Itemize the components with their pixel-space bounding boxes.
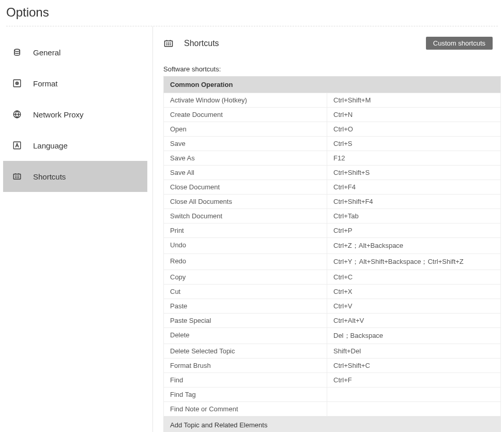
sidebar-item-label: General [33,48,60,57]
shortcut-row[interactable]: SaveCtrl+S [163,137,501,151]
shortcut-key: Ctrl+Alt+V [327,314,500,327]
sidebar-item-network-proxy[interactable]: Network Proxy [3,99,152,130]
software-shortcuts-label: Software shortcuts: [163,50,504,76]
shortcut-action: Delete Selected Topic [164,344,327,358]
shortcut-group-header[interactable]: Add Topic and Related Elements [163,416,501,432]
shortcut-action: Create Document [164,108,327,122]
shortcut-key: F12 [327,151,500,165]
shortcut-row[interactable]: UndoCtrl+Z；Alt+Backspace [163,238,501,254]
content-title: Shortcuts [184,39,219,48]
keyboard-icon [163,38,174,49]
shortcut-key: Ctrl+C [327,270,500,284]
shortcut-key: Ctrl+Shift+M [327,93,500,107]
shortcut-action: Paste [164,299,327,313]
page-title: Options [0,0,504,26]
svg-point-11 [17,177,18,178]
svg-point-17 [166,44,167,45]
svg-rect-13 [165,41,173,47]
svg-point-16 [170,42,171,43]
shortcut-action: Switch Document [164,209,327,223]
shortcut-key: Ctrl+Shift+F4 [327,195,500,208]
shortcut-row[interactable]: Find Note or Comment [163,402,501,416]
svg-rect-6 [13,174,21,180]
shortcut-action: Save [164,137,327,151]
sidebar-item-general[interactable]: General [3,37,152,68]
shortcut-key: Ctrl+Shift+C [327,359,500,373]
shortcut-action: Copy [164,270,327,284]
svg-point-19 [170,44,171,45]
shortcut-row[interactable]: DeleteDel；Backspace [163,328,501,344]
svg-point-0 [14,49,20,52]
shortcut-action: Find [164,373,327,387]
shortcut-key: Ctrl+F4 [327,180,500,194]
shortcut-row[interactable]: Save AllCtrl+Shift+S [163,166,501,180]
shortcut-action: Undo [164,238,327,254]
shortcuts-table: Common OperationActivate Window (Hotkey)… [163,76,501,432]
sidebar-item-label: Network Proxy [33,110,84,119]
svg-point-18 [169,44,169,45]
content-pane: Shortcuts Custom shortcuts Software shor… [153,26,504,432]
shortcut-action: Save All [164,166,327,180]
shortcut-action: Find Tag [164,388,327,401]
shortcut-key: Del；Backspace [327,328,500,344]
shortcut-group-header[interactable]: Common Operation [163,76,501,93]
shortcut-row[interactable]: CopyCtrl+C [163,270,501,285]
shortcut-action: Print [164,224,327,237]
shortcut-action: Open [164,122,327,136]
svg-point-10 [16,177,16,178]
shortcut-key: Ctrl+Tab [327,209,500,223]
shortcut-action: Close All Documents [164,195,327,208]
general-icon [12,48,22,57]
svg-point-14 [166,42,167,43]
format-icon [12,79,22,88]
shortcut-row[interactable]: PasteCtrl+V [163,299,501,314]
sidebar-item-label: Shortcuts [33,172,66,181]
keyboard-icon [12,172,22,181]
shortcut-row[interactable]: Delete Selected TopicShift+Del [163,344,501,359]
shortcut-row[interactable]: Format BrushCtrl+Shift+C [163,359,501,373]
sidebar-item-label: Language [33,141,68,150]
sidebar-item-format[interactable]: Format [3,68,152,99]
shortcut-row[interactable]: Switch DocumentCtrl+Tab [163,209,501,224]
shortcut-row[interactable]: OpenCtrl+O [163,122,501,137]
shortcut-action: Close Document [164,180,327,194]
shortcut-key: Ctrl+Y；Alt+Shift+Backspace；Ctrl+Shift+Z [327,254,500,270]
shortcut-action: Delete [164,328,327,344]
custom-shortcuts-button[interactable]: Custom shortcuts [426,37,493,50]
shortcut-row[interactable]: Create DocumentCtrl+N [163,108,501,122]
shortcut-key: Ctrl+N [327,108,500,122]
sidebar: General Format [0,26,153,432]
shortcut-action: Activate Window (Hotkey) [164,93,327,107]
shortcut-action: Format Brush [164,359,327,373]
shortcut-row[interactable]: Find Tag [163,388,501,402]
shortcuts-scroll-area[interactable]: Common OperationActivate Window (Hotkey)… [163,76,504,432]
shortcut-key: Ctrl+P [327,224,500,237]
shortcut-action: Save As [164,151,327,165]
shortcut-action: Cut [164,285,327,299]
svg-point-8 [17,176,18,176]
shortcut-row[interactable]: Close DocumentCtrl+F4 [163,180,501,195]
shortcut-row[interactable]: FindCtrl+F [163,373,501,388]
svg-point-12 [19,177,19,178]
shortcut-action: Paste Special [164,314,327,327]
shortcut-key: Ctrl+X [327,285,500,299]
shortcut-row[interactable]: Close All DocumentsCtrl+Shift+F4 [163,195,501,209]
shortcut-key: Ctrl+O [327,122,500,136]
svg-point-7 [16,176,16,176]
shortcut-row[interactable]: PrintCtrl+P [163,224,501,238]
svg-point-9 [19,176,19,176]
sidebar-item-language[interactable]: Language [3,130,152,161]
shortcut-row[interactable]: RedoCtrl+Y；Alt+Shift+Backspace；Ctrl+Shif… [163,254,501,270]
svg-point-3 [17,83,18,84]
shortcut-row[interactable]: CutCtrl+X [163,285,501,299]
shortcut-row[interactable]: Save AsF12 [163,151,501,166]
sidebar-item-shortcuts[interactable]: Shortcuts [3,161,147,192]
shortcut-row[interactable]: Paste SpecialCtrl+Alt+V [163,314,501,328]
language-icon [12,141,22,150]
sidebar-item-label: Format [33,79,58,88]
shortcut-action: Find Note or Comment [164,402,327,416]
shortcut-row[interactable]: Activate Window (Hotkey)Ctrl+Shift+M [163,93,501,108]
shortcut-key: Ctrl+F [327,373,500,387]
network-icon [12,110,22,119]
content-header: Shortcuts Custom shortcuts [163,37,504,50]
